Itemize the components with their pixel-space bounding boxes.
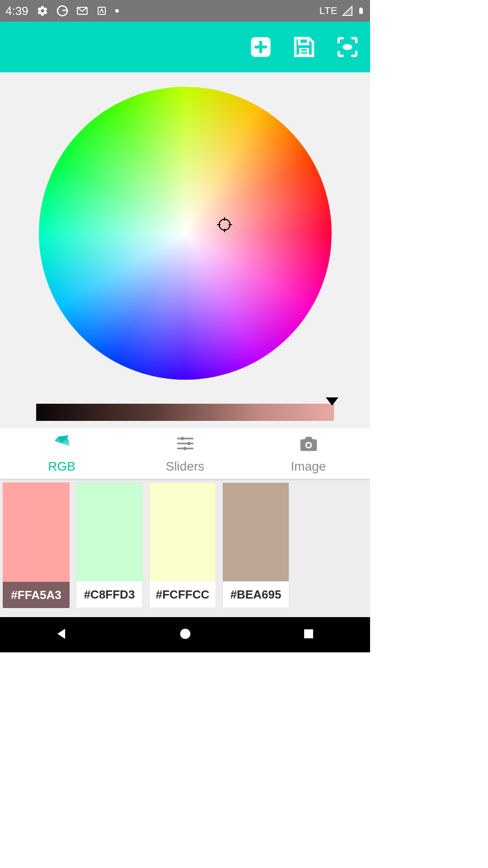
- svg-rect-3: [359, 8, 363, 14]
- tab-rgb[interactable]: RGB: [0, 428, 123, 479]
- add-button[interactable]: [249, 35, 272, 59]
- swatch-item[interactable]: #FFA5A3: [3, 482, 70, 608]
- tab-image-label: Image: [291, 459, 326, 474]
- recent-apps-button[interactable]: [301, 626, 316, 643]
- swatch-list: #FFA5A3 #C8FFD3 #FCFFCC #BEA695: [0, 479, 370, 617]
- swatch-hex-label: #BEA695: [223, 581, 289, 608]
- swatch-color: [223, 483, 289, 581]
- app-status-icon: [96, 5, 107, 16]
- svg-point-16: [180, 629, 190, 639]
- svg-rect-11: [181, 437, 183, 440]
- settings-status-icon: [37, 5, 48, 17]
- battery-icon: [357, 5, 365, 17]
- scan-button[interactable]: [336, 35, 359, 59]
- svg-rect-6: [299, 38, 308, 44]
- android-status-bar: 4:39 LTE: [0, 0, 370, 22]
- tab-image[interactable]: Image: [247, 428, 370, 479]
- status-right: LTE: [319, 5, 365, 17]
- svg-point-9: [346, 46, 349, 49]
- back-button[interactable]: [54, 626, 70, 643]
- svg-rect-7: [299, 48, 309, 56]
- google-status-icon: [56, 5, 68, 17]
- swatch-color: [76, 483, 142, 581]
- color-wheel[interactable]: [39, 87, 332, 380]
- sliders-icon: [175, 434, 195, 457]
- svg-rect-17: [304, 629, 313, 638]
- swatch-item[interactable]: #FCFFCC: [149, 482, 216, 608]
- svg-rect-13: [183, 447, 186, 450]
- tab-sliders-label: Sliders: [166, 459, 205, 474]
- swatch-hex-label: #FCFFCC: [150, 581, 216, 608]
- crosshair-icon[interactable]: [216, 217, 233, 233]
- brightness-handle-icon[interactable]: [326, 397, 338, 406]
- brightness-track: [36, 404, 334, 421]
- app-toolbar: [0, 22, 370, 72]
- color-picker-area: [0, 72, 370, 428]
- tab-sliders[interactable]: Sliders: [123, 428, 247, 479]
- signal-icon: [342, 5, 353, 16]
- status-left: 4:39: [5, 4, 119, 18]
- notification-dot-icon: [115, 9, 119, 13]
- status-clock: 4:39: [5, 4, 28, 18]
- swatch-item[interactable]: #C8FFD3: [76, 482, 143, 608]
- home-button[interactable]: [178, 626, 193, 643]
- network-label: LTE: [319, 5, 338, 17]
- mode-tabs: RGB Sliders Image: [0, 428, 370, 479]
- palette-icon: [52, 434, 72, 457]
- svg-point-10: [219, 219, 230, 230]
- svg-rect-12: [188, 442, 190, 445]
- svg-rect-4: [360, 8, 362, 9]
- camera-icon: [299, 434, 319, 457]
- swatch-hex-label: #C8FFD3: [76, 581, 142, 608]
- android-nav-bar: [0, 617, 370, 652]
- swatch-color: [150, 483, 216, 581]
- save-button[interactable]: [292, 35, 316, 59]
- swatch-color: [3, 482, 70, 582]
- tab-rgb-label: RGB: [48, 459, 75, 474]
- brightness-slider[interactable]: [36, 404, 334, 421]
- gmail-status-icon: [76, 5, 88, 17]
- swatch-item[interactable]: #BEA695: [222, 482, 289, 608]
- color-wheel-container: [0, 72, 370, 380]
- svg-point-15: [306, 443, 310, 447]
- swatch-hex-label: #FFA5A3: [3, 582, 70, 608]
